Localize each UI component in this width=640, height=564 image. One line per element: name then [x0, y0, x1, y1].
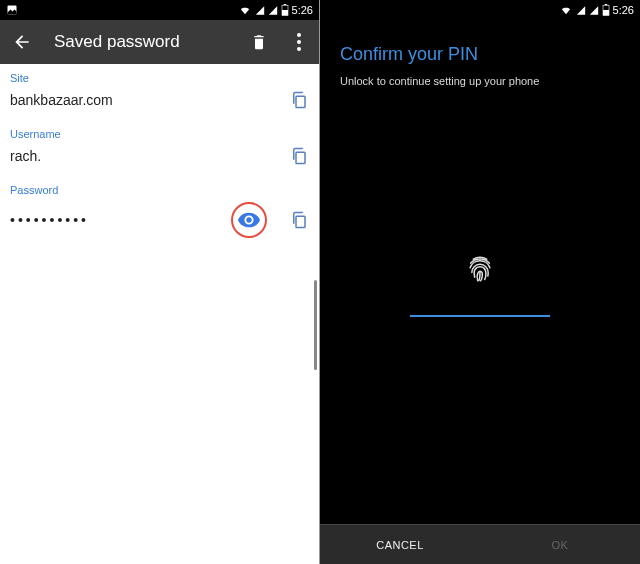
more-vert-icon: [297, 33, 301, 51]
confirm-pin-content: Confirm your PIN Unlock to continue sett…: [320, 20, 640, 524]
eye-icon: [238, 212, 260, 228]
svg-point-7: [297, 47, 301, 51]
svg-rect-3: [283, 4, 285, 5]
svg-rect-10: [296, 216, 305, 227]
field-value-password: ••••••••••: [10, 212, 223, 228]
field-label-password: Password: [10, 184, 309, 196]
back-arrow-icon: [12, 32, 32, 52]
left-phone: 5:26 Saved password Site bankbazaar.com: [0, 0, 320, 564]
status-bar-right: 5:26: [320, 0, 640, 20]
wifi-icon: [238, 5, 252, 16]
field-value-site: bankbazaar.com: [10, 92, 289, 108]
copy-username-button[interactable]: [289, 146, 309, 166]
copy-icon: [290, 90, 308, 110]
status-time: 5:26: [292, 4, 313, 16]
field-label-username: Username: [10, 128, 309, 140]
svg-rect-12: [604, 4, 606, 5]
pin-center: [340, 47, 620, 524]
battery-icon: [602, 4, 610, 16]
saved-password-content: Site bankbazaar.com Username rach. Passw…: [0, 64, 319, 264]
pin-input-line[interactable]: [410, 315, 550, 317]
copy-password-button[interactable]: [289, 210, 309, 230]
wifi-icon: [559, 5, 573, 16]
header: Saved password: [0, 20, 319, 64]
svg-rect-9: [296, 152, 305, 163]
delete-button[interactable]: [249, 32, 269, 52]
back-button[interactable]: [10, 30, 34, 54]
fingerprint-icon: [466, 255, 494, 283]
battery-icon: [281, 4, 289, 16]
svg-point-6: [297, 40, 301, 44]
field-value-username: rach.: [10, 148, 289, 164]
signal-icon-2: [268, 5, 278, 16]
status-time: 5:26: [613, 4, 634, 16]
signal-icon: [576, 5, 586, 16]
scrollbar[interactable]: [314, 280, 317, 370]
copy-icon: [290, 210, 308, 230]
field-username: Username rach.: [10, 128, 309, 166]
field-site: Site bankbazaar.com: [10, 72, 309, 110]
svg-rect-8: [296, 96, 305, 107]
cancel-button[interactable]: CANCEL: [320, 525, 480, 564]
copy-icon: [290, 146, 308, 166]
signal-icon: [255, 5, 265, 16]
bottom-button-bar: CANCEL OK: [320, 524, 640, 564]
field-label-site: Site: [10, 72, 309, 84]
status-bar-left: 5:26: [0, 0, 319, 20]
copy-site-button[interactable]: [289, 90, 309, 110]
show-password-button[interactable]: [231, 202, 267, 238]
field-password: Password ••••••••••: [10, 184, 309, 238]
svg-rect-13: [603, 10, 609, 15]
trash-icon: [251, 33, 267, 51]
svg-rect-4: [282, 10, 288, 15]
page-title: Saved password: [54, 32, 249, 52]
more-button[interactable]: [289, 32, 309, 52]
svg-point-5: [297, 33, 301, 37]
ok-button[interactable]: OK: [480, 525, 640, 564]
picture-icon: [6, 4, 18, 16]
signal-icon-2: [589, 5, 599, 16]
right-phone: 5:26 Confirm your PIN Unlock to continue…: [320, 0, 640, 564]
